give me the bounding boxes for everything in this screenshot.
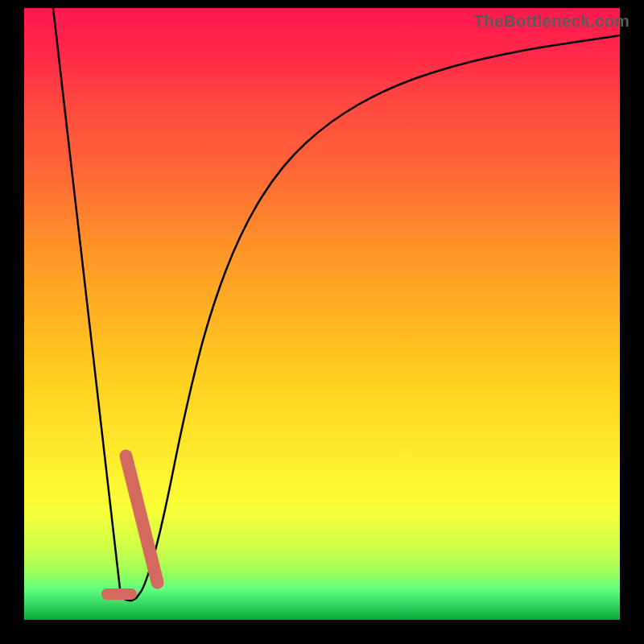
highlight-segment-horizontal — [101, 588, 137, 600]
chart-curve — [24, 8, 620, 620]
watermark-text: TheBottleneck.com — [473, 11, 630, 31]
